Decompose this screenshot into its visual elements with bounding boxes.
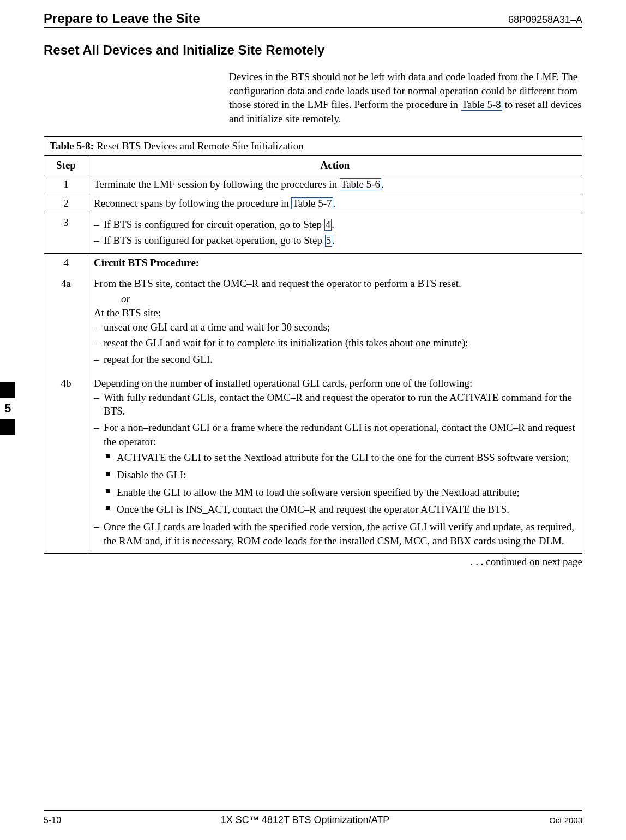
footer-title: 1X SC™ 4812T BTS Optimization/ATP [61,814,549,826]
action-cell: Depending on the number of installed ope… [88,372,582,554]
action-cell: Reconnect spans by following the procedu… [88,194,582,213]
row1-pre: Terminate the LMF session by following t… [94,178,340,190]
action-cell: Circuit BTS Procedure: [88,253,582,272]
row3-li1-pre: If BTS is configured for circuit operati… [104,219,324,230]
table-row: 3 If BTS is configured for circuit opera… [44,213,582,253]
row4a-line2: At the BTS site: [94,307,576,319]
table-title-bold: Table 5-8: [50,140,94,152]
table-title-rest: Reset BTS Devices and Remote Site Initia… [94,140,304,152]
section-title: Reset All Devices and Initialize Site Re… [44,43,582,58]
row2-post: . [333,197,336,209]
step-cell: 4a [44,272,88,372]
action-cell: If BTS is configured for circuit operati… [88,213,582,253]
link-table-5-8[interactable]: Table 5-8 [461,99,502,111]
table-row: 4a From the BTS site, contact the OMC–R … [44,272,582,372]
action-cell: Terminate the LMF session by following t… [88,175,582,194]
link-step-4[interactable]: 4 [324,219,332,231]
or-text: or [121,293,576,305]
list-item: reseat the GLI and wait for it to comple… [104,336,576,350]
intro-paragraph: Devices in the BTS should not be left wi… [229,70,582,126]
row2-pre: Reconnect spans by following the procedu… [94,197,291,209]
list-item: If BTS is configured for circuit operati… [104,218,576,232]
col-header-action: Action [88,155,582,175]
list-item: unseat one GLI card at a time and wait f… [104,320,576,334]
footer-date: Oct 2003 [549,815,582,825]
header-doc-id: 68P09258A31–A [508,14,582,26]
row4b-d2: For a non–redundant GLI or a frame where… [104,422,575,447]
page-footer: 5-10 1X SC™ 4812T BTS Optimization/ATP O… [44,810,582,826]
step-cell: 4b [44,372,88,554]
row4b-line1: Depending on the number of installed ope… [94,377,576,389]
action-cell: From the BTS site, contact the OMC–R and… [88,272,582,372]
row3-li2-post: . [332,235,335,246]
table-row: 4 Circuit BTS Procedure: [44,253,582,272]
link-table-5-6[interactable]: Table 5-6 [340,178,381,190]
circuit-bts-title: Circuit BTS Procedure: [94,257,199,268]
step-cell: 4 [44,253,88,272]
table-row: 2 Reconnect spans by following the proce… [44,194,582,213]
row1-post: . [381,178,384,190]
step-cell: 1 [44,175,88,194]
list-item: Enable the GLI to allow the MM to load t… [117,485,576,500]
continued-text: . . . continued on next page [44,556,582,568]
list-item: repeat for the second GLI. [104,352,576,367]
list-item: With fully redundant GLIs, contact the O… [104,391,576,418]
link-step-5[interactable]: 5 [325,235,333,247]
chapter-tab: 5 [0,382,15,435]
step-cell: 3 [44,213,88,253]
list-item: If BTS is configured for packet operatio… [104,233,576,248]
tab-black-top [0,382,15,398]
table-5-8: Table 5-8: Reset BTS Devices and Remote … [44,136,582,554]
tab-number: 5 [0,398,15,419]
list-item: For a non–redundant GLI or a frame where… [104,421,576,517]
page-header: Prepare to Leave the Site 68P09258A31–A [44,11,582,28]
tab-black-bottom [0,419,15,435]
list-item: Disable the GLI; [117,468,576,482]
table-title-cell: Table 5-8: Reset BTS Devices and Remote … [44,136,582,155]
table-row: 1 Terminate the LMF session by following… [44,175,582,194]
list-item: ACTIVATE the GLI to set the Nextload att… [117,451,576,465]
row3-li2-pre: If BTS is configured for packet operatio… [104,235,325,246]
row4a-line1: From the BTS site, contact the OMC–R and… [94,278,576,290]
col-header-step: Step [44,155,88,175]
step-cell: 2 [44,194,88,213]
link-table-5-7[interactable]: Table 5-7 [291,197,333,209]
list-item: Once the GLI cards are loaded with the s… [104,520,576,548]
header-title: Prepare to Leave the Site [44,11,200,26]
table-row: 4b Depending on the number of installed … [44,372,582,554]
row3-li1-post: . [332,219,334,230]
footer-page-num: 5-10 [44,815,61,825]
list-item: Once the GLI is INS_ACT, contact the OMC… [117,502,576,517]
